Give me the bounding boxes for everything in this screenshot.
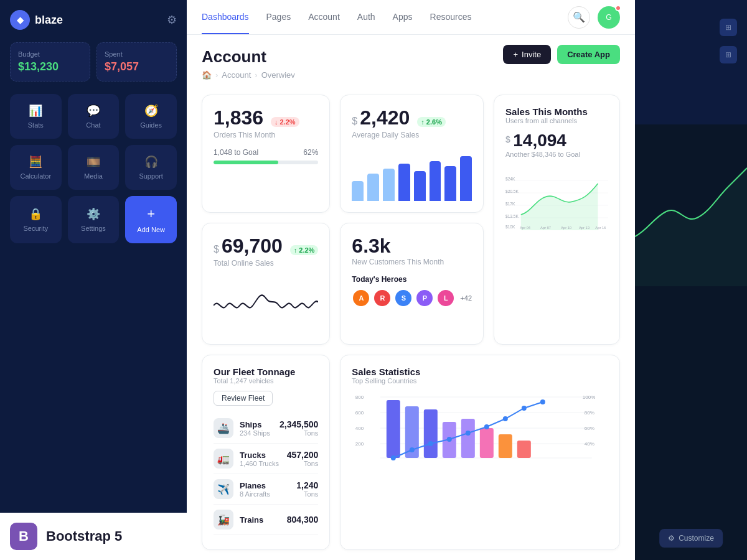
invite-label: Invite (522, 50, 541, 59)
ships-info: Ships 234 Ships (240, 420, 273, 437)
svg-rect-31 (461, 419, 475, 458)
svg-point-40 (484, 424, 489, 429)
stats-label: Stats (28, 121, 44, 129)
sidebar-item-guides[interactable]: 🧭 Guides (125, 94, 177, 139)
tab-pages[interactable]: Pages (266, 1, 291, 34)
ships-tons: 2,345,500 (280, 419, 318, 429)
sidebar-item-security[interactable]: 🔒 Security (10, 196, 62, 243)
calculator-label: Calculator (21, 172, 52, 180)
new-customers-card: 6.3k New Customers This Month Today's He… (340, 223, 484, 345)
trucks-info: Trucks 1,460 Trucks (240, 450, 281, 467)
logo-icon: ◆ (10, 10, 30, 30)
trucks-count: 1,460 Trucks (240, 460, 281, 467)
svg-text:200: 200 (355, 441, 364, 447)
breadcrumb-home[interactable]: 🏠 (202, 70, 212, 80)
online-sales-label: Total Online Sales (214, 259, 318, 268)
trucks-name: Trucks (240, 450, 281, 460)
sales-month-title: Sales This Months (505, 106, 608, 117)
orders-change-value: 2.2% (280, 118, 296, 126)
progress-pct: 62% (303, 148, 318, 157)
sales-stats-subtitle: Top Selling Countries (352, 377, 608, 385)
fleet-row-trucks: 🚛 Trucks 1,460 Trucks 457,200 Tons (214, 444, 318, 474)
orders-change-arrow: ↓ (275, 118, 278, 126)
sidebar-item-add-new[interactable]: + Add New (125, 196, 177, 243)
sidebar-item-chat[interactable]: 💬 Chat (68, 94, 120, 139)
ships-value: 2,345,500 Tons (280, 419, 318, 437)
fleet-subtitle: Total 1,247 vehicles (214, 377, 318, 385)
bar-6 (430, 161, 441, 201)
menu-icon[interactable]: ⚙ (167, 13, 177, 27)
svg-text:$17K: $17K (505, 202, 515, 206)
svg-point-39 (466, 431, 471, 436)
hero-4: P (415, 289, 434, 307)
sidebar-item-support[interactable]: 🎧 Support (125, 145, 177, 190)
sidebar-item-media[interactable]: 🎞️ Media (68, 145, 120, 190)
svg-rect-34 (517, 441, 531, 458)
top-nav-right: 🔍 G (568, 6, 620, 29)
create-app-button[interactable]: Create App (557, 45, 620, 64)
svg-rect-29 (424, 409, 438, 458)
tab-resources[interactable]: Resources (430, 1, 472, 34)
sales-stats-title: Sales Statistics (352, 366, 608, 377)
sales-statistics-card: Sales Statistics Top Selling Countries 8… (340, 355, 620, 550)
right-panel-icons: ⊞ ⊞ (720, 19, 737, 63)
tab-dashboards[interactable]: Dashboards (202, 1, 249, 34)
main-content: Dashboards Pages Account Auth Apps Resou… (187, 0, 635, 560)
customize-button[interactable]: ⚙ Customize (659, 529, 723, 548)
invite-button[interactable]: + Invite (503, 45, 551, 64)
bootstrap-badge: B Bootstrap 5 (0, 513, 187, 560)
svg-point-36 (410, 447, 415, 452)
stats-icon: 📊 (29, 104, 42, 118)
tab-account[interactable]: Account (308, 1, 340, 34)
svg-point-38 (447, 437, 452, 442)
guides-label: Guides (140, 121, 162, 129)
review-fleet-button[interactable]: Review Fleet (214, 391, 273, 406)
add-new-label: Add New (137, 226, 165, 233)
tab-apps[interactable]: Apps (393, 1, 413, 34)
bar-4 (398, 164, 410, 201)
bar-1 (352, 181, 364, 201)
svg-text:$10K: $10K (505, 225, 515, 229)
svg-text:60%: 60% (585, 426, 594, 431)
user-avatar[interactable]: G (598, 6, 620, 29)
breadcrumb-sep-1: › (215, 70, 218, 80)
svg-point-35 (391, 455, 396, 460)
wave-chart (214, 284, 318, 327)
sidebar-item-calculator[interactable]: 🧮 Calculator (10, 145, 62, 190)
security-icon: 🔒 (29, 207, 42, 221)
daily-sales-label: Average Daily Sales (352, 131, 472, 139)
ships-count: 234 Ships (240, 429, 273, 437)
bootstrap-icon: B (10, 523, 37, 550)
svg-text:40%: 40% (585, 441, 594, 447)
planes-value: 1,240 Tons (296, 480, 318, 498)
trains-tons: 804,300 (287, 515, 319, 525)
sales-month-value: 14,094 (513, 131, 566, 150)
sales-month-card: Sales This Months Users from all channel… (494, 95, 620, 345)
online-sales-prefix: $ (214, 244, 219, 255)
nav-grid: 📊 Stats 💬 Chat 🧭 Guides 🧮 Calculator 🎞️ … (10, 94, 177, 243)
guides-icon: 🧭 (144, 104, 158, 118)
progress-bar-fill (214, 161, 278, 164)
sidebar-item-stats[interactable]: 📊 Stats (10, 94, 62, 139)
fleet-row-planes: ✈️ Planes 8 Aircrafts 1,240 Tons (214, 474, 318, 505)
rp-icon-2[interactable]: ⊞ (720, 46, 737, 63)
online-sales-arrow: ↑ (294, 246, 298, 254)
breadcrumb-account[interactable]: Account (222, 70, 251, 80)
search-button[interactable]: 🔍 (568, 6, 590, 29)
tab-auth[interactable]: Auth (357, 1, 375, 34)
calculator-icon: 🧮 (29, 155, 42, 169)
daily-sales-arrow: ↑ (421, 118, 425, 126)
sidebar-logo: ◆ blaze (10, 10, 63, 30)
orders-value: 1,836 (214, 106, 263, 129)
sidebar-item-settings[interactable]: ⚙️ Settings (68, 196, 120, 243)
svg-text:Apr 16: Apr 16 (595, 226, 606, 230)
sales-month-subtitle: Users from all channels (505, 117, 608, 124)
trains-name: Trains (240, 515, 281, 525)
dashboard-grid: 1,836 ↓ 2.2% Orders This Month 1,048 to … (187, 85, 635, 560)
orders-card: 1,836 ↓ 2.2% Orders This Month 1,048 to … (202, 95, 330, 213)
right-panel-chart (635, 162, 747, 286)
ships-icon: 🚢 (214, 418, 233, 438)
trains-info: Trains (240, 515, 281, 525)
rp-icon-1[interactable]: ⊞ (720, 19, 737, 36)
page-actions: + Invite Create App (503, 45, 620, 64)
